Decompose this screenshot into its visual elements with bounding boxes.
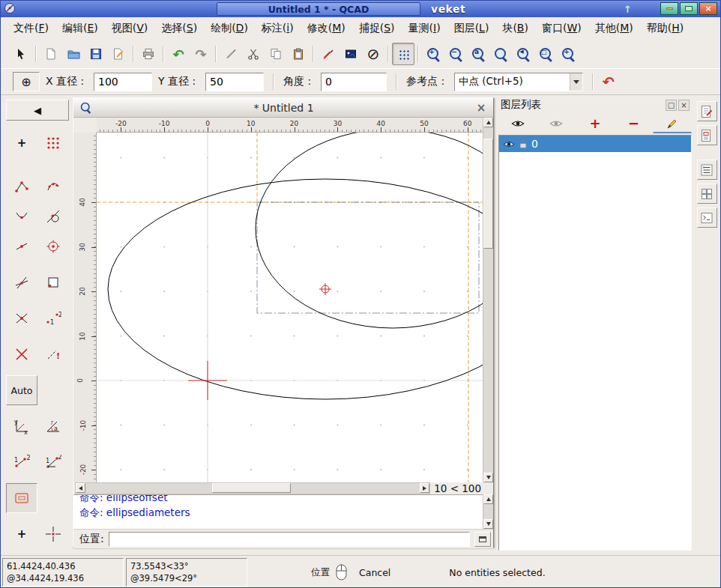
snap-tangent-button[interactable]: [37, 201, 69, 231]
menu-item-11[interactable]: 块(B): [495, 18, 535, 39]
snap-perpendicular-button[interactable]: [6, 201, 37, 231]
menu-item-8[interactable]: 捕捉(S): [352, 18, 402, 39]
zoom-out-button[interactable]: −: [444, 43, 467, 65]
snap-center-button[interactable]: [37, 231, 69, 261]
copy-button[interactable]: [265, 43, 287, 65]
relative-polar-button[interactable]: 21: [37, 447, 69, 477]
vertical-scrollbar[interactable]: [483, 118, 493, 482]
titlebar[interactable]: Untitled 1 * - QCAD veket ↑ ×: [1, 1, 720, 17]
menu-item-6[interactable]: 标注(i): [255, 18, 301, 39]
layer-visible-icon[interactable]: [503, 140, 515, 148]
print-button[interactable]: [137, 43, 160, 65]
snap-free-button[interactable]: +: [6, 128, 37, 158]
vertical-scroll-thumb[interactable]: [483, 139, 493, 249]
zoom-pan-button[interactable]: +: [557, 43, 579, 65]
scroll-down-button[interactable]: [483, 519, 493, 529]
add-layer-button[interactable]: +: [576, 114, 615, 133]
menu-item-5[interactable]: 绘制(D): [204, 18, 255, 39]
snap-grid-button[interactable]: [37, 128, 69, 158]
remove-layer-button[interactable]: −: [615, 114, 654, 133]
angle-input[interactable]: [321, 73, 387, 91]
rollup-icon[interactable]: ↑: [624, 4, 632, 15]
command-history-scrollbar[interactable]: [483, 494, 493, 529]
scroll-up-button[interactable]: [483, 494, 493, 504]
scroll-up-button[interactable]: [483, 118, 493, 127]
zoom-redraw-button[interactable]: [489, 43, 512, 65]
scroll-left-button[interactable]: [76, 483, 85, 493]
coordinate-cartesian-button[interactable]: yx: [6, 411, 37, 441]
show-all-layers-button[interactable]: [498, 114, 537, 133]
menu-item-7[interactable]: 修改(M): [301, 18, 352, 39]
zoom-auto-button[interactable]: a: [467, 43, 489, 65]
undo-button[interactable]: ↶: [167, 43, 190, 65]
save-button[interactable]: [85, 43, 107, 65]
snap-restriction-button[interactable]: !: [37, 339, 69, 369]
menu-item-4[interactable]: 选择(S): [154, 18, 204, 39]
command-history[interactable]: 命令: ellipseoffset命令: ellipsediameters: [73, 494, 493, 529]
minimize-button[interactable]: [660, 2, 678, 15]
snap-plus-button[interactable]: +: [6, 519, 37, 549]
hide-all-layers-button[interactable]: [537, 114, 576, 133]
block-list-toggle[interactable]: [697, 125, 717, 145]
document-close-button[interactable]: ×: [474, 101, 488, 115]
snap-intersection-button[interactable]: [6, 303, 37, 333]
auto-snap-button[interactable]: Auto: [6, 375, 37, 405]
drawing-canvas[interactable]: [97, 133, 484, 482]
edit-button[interactable]: [107, 43, 130, 65]
snap-cross-button[interactable]: [6, 339, 37, 369]
pen-tool-button[interactable]: [317, 43, 340, 65]
snap-endpoint-button[interactable]: [6, 172, 37, 201]
menu-item-10[interactable]: 图层(L): [447, 18, 496, 39]
reset-options-button[interactable]: ↶: [603, 73, 615, 90]
snap-tangent-lines-button[interactable]: [6, 267, 37, 297]
maximize-button[interactable]: [680, 2, 698, 15]
menu-item-2[interactable]: 编辑(E): [55, 18, 105, 39]
menu-item-1[interactable]: 文件(F): [7, 18, 55, 39]
snap-middle-button[interactable]: [6, 231, 37, 261]
snap-corner-button[interactable]: [37, 267, 69, 297]
horizontal-scrollbar[interactable]: [75, 482, 430, 494]
zoom-in-button[interactable]: +: [422, 43, 444, 65]
ellipse-tool-button[interactable]: ⊘: [362, 43, 384, 65]
layer-list[interactable]: 0: [498, 135, 692, 551]
menu-item-3[interactable]: 视图(V): [105, 18, 155, 39]
select-tool-button[interactable]: [10, 43, 32, 65]
library-browser-toggle[interactable]: [697, 184, 717, 204]
horizontal-scroll-thumb[interactable]: [212, 483, 291, 493]
snap-intersection-manual-button[interactable]: 12: [37, 303, 69, 333]
cut-button[interactable]: [242, 43, 265, 65]
scroll-down-button[interactable]: [483, 473, 493, 482]
back-button[interactable]: ◀: [6, 100, 69, 121]
menu-item-12[interactable]: 窗口(W): [535, 18, 588, 39]
y-diameter-input[interactable]: [205, 73, 264, 91]
reference-point-select[interactable]: 中点 (Ctrl+5): [454, 73, 583, 91]
detach-command-button[interactable]: [474, 532, 491, 547]
image-tool-button[interactable]: [340, 43, 362, 65]
clip-button[interactable]: [220, 43, 242, 65]
coordinate-polar-button[interactable]: ra: [37, 411, 69, 441]
scroll-right-button[interactable]: [420, 483, 429, 493]
menu-item-14[interactable]: 帮助(H): [640, 18, 690, 39]
zoom-window-button[interactable]: □: [534, 43, 557, 65]
panel-close-button[interactable]: ×: [678, 100, 690, 111]
panel-float-button[interactable]: □: [666, 100, 677, 111]
grid-toggle-button[interactable]: [392, 43, 414, 65]
close-button[interactable]: ×: [699, 2, 717, 15]
layer-list-toggle[interactable]: [697, 160, 717, 180]
open-file-button[interactable]: [62, 43, 85, 65]
crosshair-snap-button[interactable]: [37, 519, 69, 549]
menu-item-13[interactable]: 其他(M): [588, 18, 640, 39]
command-line-toggle[interactable]: [697, 207, 717, 228]
command-line-input[interactable]: [109, 532, 470, 547]
combo-arrow[interactable]: [570, 73, 582, 91]
document-titlebar[interactable]: * Untitled 1 ×: [73, 98, 493, 118]
zoom-previous-button[interactable]: ◀: [512, 43, 534, 65]
property-editor-toggle[interactable]: [697, 101, 717, 121]
layer-lock-icon[interactable]: [519, 139, 527, 149]
snap-on-entity-button[interactable]: [37, 172, 69, 201]
x-diameter-input[interactable]: [94, 73, 152, 91]
new-file-button[interactable]: [40, 43, 62, 65]
edit-layer-button[interactable]: [653, 114, 692, 133]
restrict-off-button[interactable]: [6, 483, 37, 513]
layer-row[interactable]: 0: [499, 136, 691, 152]
